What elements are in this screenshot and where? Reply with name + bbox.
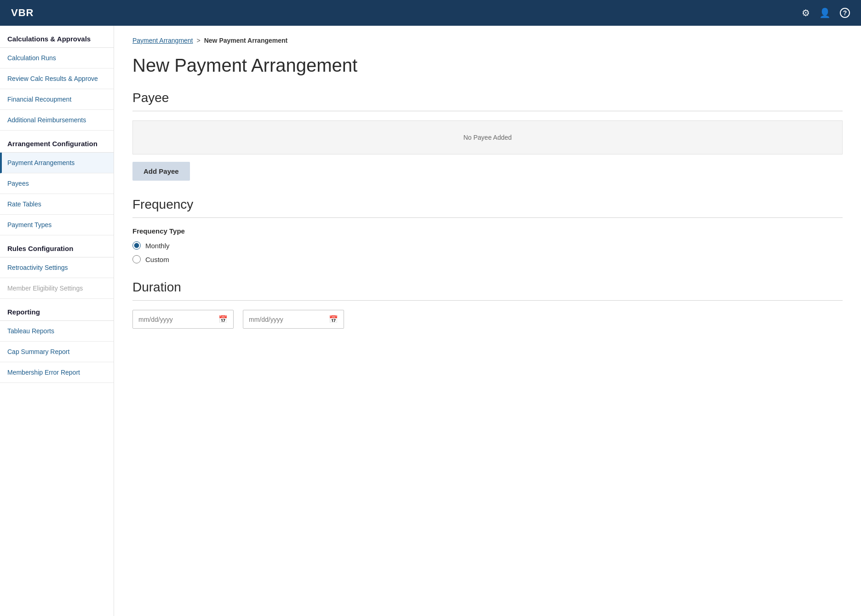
sidebar-item-review-calc[interactable]: Review Calc Results & Approve	[0, 68, 114, 89]
sidebar-item-tableau-reports[interactable]: Tableau Reports	[0, 321, 114, 342]
duration-section: Duration 📅 📅	[132, 280, 843, 329]
frequency-custom-label: Custom	[145, 256, 169, 263]
main-content: Payment Arrangment > New Payment Arrange…	[114, 26, 861, 616]
duration-inputs: 📅 📅	[132, 310, 843, 329]
sidebar-item-payment-types[interactable]: Payment Types	[0, 215, 114, 235]
frequency-monthly-radio[interactable]	[132, 241, 141, 250]
sidebar-item-payees[interactable]: Payees	[0, 173, 114, 194]
sidebar-item-rate-tables[interactable]: Rate Tables	[0, 194, 114, 215]
payee-section: Payee No Payee Added Add Payee	[132, 91, 843, 181]
breadcrumb: Payment Arrangment > New Payment Arrange…	[132, 37, 843, 44]
help-icon[interactable]: ?	[840, 8, 850, 18]
frequency-radio-group: Monthly Custom	[132, 241, 843, 263]
frequency-section-title: Frequency	[132, 197, 843, 218]
sidebar-item-member-eligibility: Member Eligibility Settings	[0, 278, 114, 299]
frequency-custom-option[interactable]: Custom	[132, 255, 843, 263]
top-nav: VBR ⚙ 👤 ?	[0, 0, 861, 26]
frequency-section: Frequency Frequency Type Monthly Custom	[132, 197, 843, 263]
frequency-monthly-label: Monthly	[145, 242, 170, 250]
sidebar-item-retroactivity-settings[interactable]: Retroactivity Settings	[0, 257, 114, 278]
page-title: New Payment Arrangement	[132, 55, 843, 76]
sidebar: Calculations & Approvals Calculation Run…	[0, 26, 114, 616]
duration-section-title: Duration	[132, 280, 843, 301]
frequency-type-label: Frequency Type	[132, 227, 843, 235]
sidebar-item-additional-reimbursements[interactable]: Additional Reimbursements	[0, 110, 114, 131]
app-logo: VBR	[11, 7, 34, 19]
duration-start-input[interactable]	[138, 316, 215, 323]
sidebar-section-reporting: Reporting	[0, 299, 114, 321]
payee-empty-message: No Payee Added	[132, 120, 843, 154]
sidebar-section-rules: Rules Configuration	[0, 235, 114, 257]
duration-start-wrapper: 📅	[132, 310, 234, 329]
frequency-monthly-option[interactable]: Monthly	[132, 241, 843, 250]
sidebar-item-calculation-runs[interactable]: Calculation Runs	[0, 48, 114, 68]
sidebar-item-membership-error-report[interactable]: Membership Error Report	[0, 362, 114, 383]
breadcrumb-link[interactable]: Payment Arrangment	[132, 37, 193, 44]
breadcrumb-current: New Payment Arrangement	[204, 37, 288, 44]
payee-section-title: Payee	[132, 91, 843, 111]
calendar-end-icon[interactable]: 📅	[329, 315, 338, 324]
settings-icon[interactable]: ⚙	[802, 7, 810, 18]
sidebar-section-calculations: Calculations & Approvals	[0, 26, 114, 48]
duration-end-input[interactable]	[249, 316, 325, 323]
add-payee-button[interactable]: Add Payee	[132, 162, 190, 181]
frequency-custom-radio[interactable]	[132, 255, 141, 263]
nav-icons: ⚙ 👤 ?	[802, 7, 850, 18]
sidebar-item-financial-recoupment[interactable]: Financial Recoupment	[0, 89, 114, 110]
user-icon[interactable]: 👤	[819, 7, 831, 18]
sidebar-item-payment-arrangements[interactable]: Payment Arrangements	[0, 153, 114, 173]
sidebar-item-cap-summary-report[interactable]: Cap Summary Report	[0, 342, 114, 362]
duration-end-wrapper: 📅	[243, 310, 344, 329]
breadcrumb-separator: >	[197, 37, 201, 44]
calendar-start-icon[interactable]: 📅	[218, 315, 228, 324]
layout: Calculations & Approvals Calculation Run…	[0, 26, 861, 616]
sidebar-section-arrangement: Arrangement Configuration	[0, 131, 114, 153]
